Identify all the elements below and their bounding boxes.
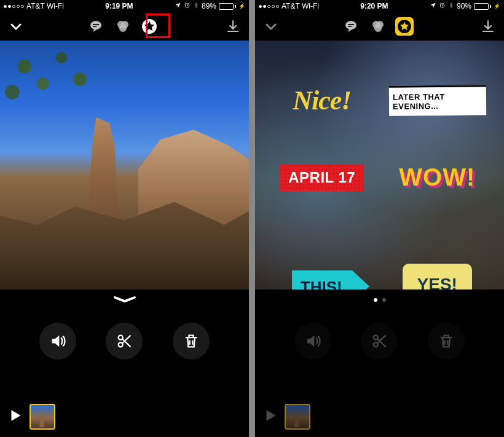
svg-point-18 <box>374 336 378 340</box>
sound-button[interactable] <box>294 323 331 360</box>
svg-point-1 <box>90 21 101 30</box>
filters-button[interactable] <box>368 17 388 36</box>
location-icon <box>430 2 436 10</box>
editor-toolbar <box>255 12 504 41</box>
svg-rect-13 <box>348 26 352 27</box>
charging-icon: ⚡ <box>238 3 245 9</box>
clip-timeline <box>0 404 249 430</box>
sticker-this[interactable]: THIS! <box>274 225 371 283</box>
bluetooth-icon <box>193 2 199 10</box>
signal-dots-icon <box>4 5 24 8</box>
battery-pct-label: 90% <box>457 2 471 10</box>
svg-rect-12 <box>348 24 354 25</box>
carrier-label: AT&T Wi-Fi <box>26 2 64 10</box>
svg-rect-2 <box>93 24 99 25</box>
svg-point-19 <box>374 342 378 347</box>
alarm-icon <box>439 2 446 10</box>
sticker-yes[interactable]: YES! <box>389 225 486 283</box>
sticker-yes-label: YES! <box>403 264 472 289</box>
trash-button[interactable] <box>428 323 465 360</box>
sticker-later[interactable]: LATER THAT EVENING... <box>389 71 486 130</box>
sticker-wow[interactable]: WOW! <box>389 148 486 207</box>
stickers-button[interactable] <box>140 17 159 36</box>
svg-point-9 <box>119 342 123 347</box>
battery-pct-label: 89% <box>202 2 216 10</box>
play-button[interactable] <box>262 407 278 426</box>
collapse-button[interactable] <box>6 17 26 36</box>
sticker-nice[interactable]: Nice! <box>274 71 371 130</box>
carrier-label: AT&T Wi-Fi <box>282 2 319 10</box>
sticker-wow-label: WOW! <box>399 163 475 191</box>
signal-dots-icon <box>259 5 279 8</box>
svg-point-6 <box>119 25 127 32</box>
scissors-button[interactable] <box>361 323 398 360</box>
clip-actions <box>0 310 249 372</box>
alarm-icon <box>184 2 191 10</box>
play-button[interactable] <box>7 407 23 426</box>
page-dot-2 <box>382 298 386 302</box>
clip-thumbnail[interactable] <box>285 404 310 430</box>
filters-button[interactable] <box>113 17 133 36</box>
clip-timeline <box>255 404 504 430</box>
download-button[interactable] <box>223 17 243 36</box>
screenshot-right: AT&T Wi-Fi 9:20 PM 90% ⚡ <box>255 0 504 437</box>
status-bar: AT&T Wi-Fi 9:20 PM 90% ⚡ <box>255 0 504 12</box>
sticker-this-label: THIS! <box>292 270 352 289</box>
status-bar: AT&T Wi-Fi 9:19 PM 89% ⚡ <box>0 0 249 12</box>
sticker-picker: Nice! LATER THAT EVENING... APRIL 17 WOW… <box>255 41 504 289</box>
download-button[interactable] <box>478 17 498 36</box>
svg-point-16 <box>374 25 382 32</box>
battery-icon <box>219 3 236 10</box>
page-indicator <box>255 289 504 310</box>
clip-thumbnail[interactable] <box>30 404 55 430</box>
tray-handle[interactable] <box>0 289 249 310</box>
battery-icon <box>474 3 491 10</box>
clock-label: 9:19 PM <box>105 2 133 10</box>
bluetooth-icon <box>448 2 454 10</box>
charging-icon: ⚡ <box>494 3 500 9</box>
sticker-nice-label: Nice! <box>293 85 351 116</box>
svg-point-8 <box>119 336 123 340</box>
sticker-later-label: LATER THAT EVENING... <box>388 85 486 116</box>
captions-button[interactable] <box>86 17 106 36</box>
scissors-button[interactable] <box>106 323 143 360</box>
clock-label: 9:20 PM <box>360 2 388 10</box>
editor-toolbar <box>0 12 249 41</box>
svg-point-11 <box>345 21 356 30</box>
sticker-april[interactable]: APRIL 17 <box>274 148 371 207</box>
trash-button[interactable] <box>173 323 210 360</box>
svg-rect-3 <box>93 26 96 27</box>
location-icon <box>175 2 181 10</box>
collapse-button[interactable] <box>261 17 281 36</box>
sound-button[interactable] <box>39 323 76 360</box>
captions-button[interactable] <box>341 17 361 36</box>
sticker-april-label: APRIL 17 <box>280 164 364 191</box>
clip-actions <box>255 310 504 372</box>
screenshot-left: AT&T Wi-Fi 9:19 PM 89% ⚡ <box>0 0 249 437</box>
video-preview[interactable] <box>0 41 249 289</box>
page-dot-1 <box>374 298 377 302</box>
stickers-button[interactable] <box>395 17 414 36</box>
